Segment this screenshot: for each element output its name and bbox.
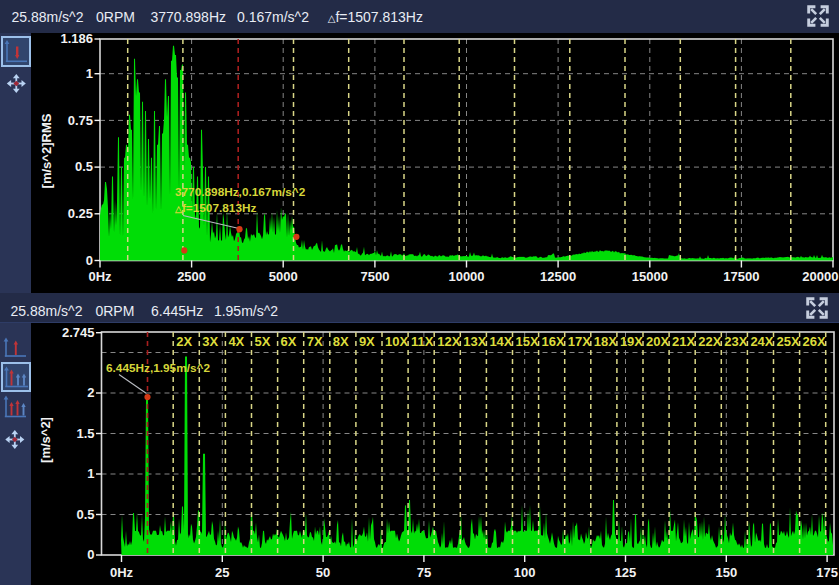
svg-text:2X: 2X — [176, 334, 192, 349]
svg-text:150: 150 — [715, 565, 737, 580]
svg-text:10000: 10000 — [448, 269, 484, 284]
svg-text:0: 0 — [86, 253, 93, 268]
svg-text:3X: 3X — [202, 334, 218, 349]
svg-text:1: 1 — [87, 466, 94, 481]
svg-text:0.5: 0.5 — [75, 159, 93, 174]
svg-text:5000: 5000 — [269, 269, 298, 284]
svg-text:7500: 7500 — [360, 269, 389, 284]
svg-text:18X: 18X — [594, 334, 617, 349]
svg-text:12X: 12X — [437, 334, 460, 349]
svg-text:3770.898Hz,0.167m/s^2: 3770.898Hz,0.167m/s^2 — [175, 185, 306, 199]
svg-text:0: 0 — [87, 547, 94, 562]
svg-text:10X: 10X — [385, 334, 408, 349]
svg-text:[m/s^2]: [m/s^2] — [38, 417, 53, 463]
svg-text:12500: 12500 — [540, 269, 576, 284]
svg-text:9X: 9X — [359, 334, 375, 349]
svg-text:13X: 13X — [463, 334, 486, 349]
svg-text:1: 1 — [86, 66, 93, 81]
svg-text:0.75: 0.75 — [68, 113, 93, 128]
svg-text:6X: 6X — [281, 334, 297, 349]
svg-text:20X: 20X — [646, 334, 669, 349]
svg-text:26X: 26X — [803, 334, 826, 349]
svg-text:17500: 17500 — [723, 269, 759, 284]
svg-text:1.5: 1.5 — [76, 426, 94, 441]
svg-text:11X: 11X — [411, 334, 434, 349]
svg-text:100: 100 — [514, 565, 536, 580]
svg-text:23X: 23X — [724, 334, 747, 349]
svg-text:25X: 25X — [777, 334, 800, 349]
svg-text:0.5: 0.5 — [76, 507, 94, 522]
svg-text:22X: 22X — [698, 334, 721, 349]
svg-text:0.25: 0.25 — [68, 206, 93, 221]
svg-text:175: 175 — [816, 565, 838, 580]
svg-text:15000: 15000 — [632, 269, 668, 284]
svg-text:0Hz: 0Hz — [110, 565, 134, 580]
svg-text:25: 25 — [215, 565, 229, 580]
svg-text:21X: 21X — [672, 334, 695, 349]
svg-text:50: 50 — [316, 565, 330, 580]
svg-text:24X: 24X — [750, 334, 773, 349]
svg-text:△f=1507.813Hz: △f=1507.813Hz — [174, 201, 256, 215]
svg-text:1.186: 1.186 — [60, 33, 93, 46]
svg-text:14X: 14X — [489, 334, 512, 349]
svg-text:5X: 5X — [255, 334, 271, 349]
svg-text:0Hz: 0Hz — [88, 269, 112, 284]
svg-text:2500: 2500 — [177, 269, 206, 284]
svg-text:20000: 20000 — [802, 269, 838, 284]
svg-text:15X: 15X — [516, 334, 539, 349]
svg-text:17X: 17X — [568, 334, 591, 349]
svg-text:4X: 4X — [228, 334, 244, 349]
svg-text:16X: 16X — [542, 334, 565, 349]
svg-text:75: 75 — [417, 565, 431, 580]
svg-text:6.445Hz,1.95m/s^2: 6.445Hz,1.95m/s^2 — [106, 361, 210, 375]
svg-text:19X: 19X — [620, 334, 643, 349]
svg-text:2: 2 — [87, 385, 94, 400]
svg-text:125: 125 — [615, 565, 637, 580]
svg-text:[m/s^2]RMS: [m/s^2]RMS — [39, 113, 54, 188]
svg-text:7X: 7X — [307, 334, 323, 349]
svg-text:2.745: 2.745 — [62, 325, 95, 340]
svg-text:8X: 8X — [333, 334, 349, 349]
